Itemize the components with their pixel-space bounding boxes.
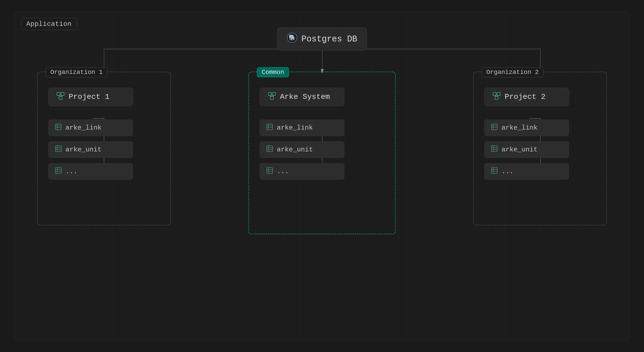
common-table-1: arke_link: [260, 120, 344, 136]
org1-table-icon-1: [55, 124, 62, 132]
org1-table-2-label: arke_unit: [66, 146, 102, 154]
org1-project-label: Project 1: [68, 92, 110, 101]
svg-rect-82: [492, 146, 497, 152]
svg-rect-86: [492, 168, 497, 174]
svg-rect-75: [495, 96, 498, 100]
org2-table-3-label: ...: [502, 168, 514, 175]
svg-rect-41: [59, 96, 62, 100]
svg-rect-40: [61, 92, 64, 96]
common-project-icon: [268, 92, 276, 102]
org2-table-icon-1: [491, 124, 498, 132]
svg-text:🐘: 🐘: [288, 34, 296, 41]
svg-rect-58: [270, 96, 274, 100]
svg-rect-56: [268, 92, 272, 96]
common-table-3: ...: [260, 163, 344, 180]
common-section: Common Arke System: [248, 72, 396, 234]
org2-table-icon-3: [491, 168, 498, 176]
org2-section: Organization 2 Project 2: [473, 72, 607, 225]
org1-label: Organization 1: [46, 67, 107, 77]
org1-project-node: Project 1: [48, 88, 133, 106]
svg-rect-65: [267, 146, 272, 152]
org1-table-icon-3: [55, 168, 62, 176]
svg-rect-48: [56, 146, 61, 152]
org1-table-3-label: ...: [66, 168, 78, 175]
svg-rect-69: [267, 168, 272, 174]
svg-rect-52: [56, 168, 61, 174]
org2-table-1: arke_link: [484, 120, 569, 136]
org2-table-1-label: arke_link: [502, 124, 538, 132]
org1-table-2: arke_unit: [48, 142, 133, 158]
common-table-icon-2: [266, 146, 273, 154]
org1-table-3: ...: [48, 163, 133, 180]
canvas: Application 🐘 Postgres DB: [15, 11, 629, 341]
common-table-icon-1: [266, 124, 273, 132]
common-table-icon-3: [266, 168, 273, 176]
postgres-icon: 🐘: [287, 32, 298, 46]
svg-rect-78: [492, 124, 497, 130]
svg-rect-61: [267, 124, 272, 130]
svg-rect-74: [497, 92, 500, 96]
common-table-3-label: ...: [277, 168, 289, 175]
common-table-1-label: arke_link: [277, 124, 313, 132]
org2-project-icon: [492, 92, 500, 102]
org2-project-label: Project 2: [504, 92, 546, 101]
svg-rect-39: [57, 92, 60, 96]
org1-section: Organization 1 Project 1: [37, 72, 171, 225]
org2-label: Organization 2: [482, 67, 543, 77]
org1-table-1: arke_link: [48, 120, 133, 136]
org2-table-icon-2: [491, 146, 498, 154]
app-label: Application: [21, 18, 77, 30]
common-table-2: arke_unit: [260, 142, 344, 158]
svg-rect-73: [493, 92, 496, 96]
org1-table-icon-2: [55, 146, 62, 154]
common-project-label: Arke System: [280, 92, 330, 101]
common-table-2-label: arke_unit: [277, 146, 313, 154]
org2-project-node: Project 2: [484, 88, 569, 106]
common-label: Common: [257, 67, 289, 77]
svg-rect-44: [56, 124, 61, 130]
org2-table-3: ...: [484, 163, 569, 180]
postgres-node: 🐘 Postgres DB: [277, 28, 367, 50]
org2-table-2: arke_unit: [484, 142, 569, 158]
common-project-node: Arke System: [260, 88, 344, 106]
org1-project-icon: [56, 92, 64, 102]
org1-table-1-label: arke_link: [66, 124, 102, 132]
org2-table-2-label: arke_unit: [502, 146, 538, 154]
svg-rect-57: [272, 92, 276, 96]
postgres-label: Postgres DB: [302, 34, 358, 44]
